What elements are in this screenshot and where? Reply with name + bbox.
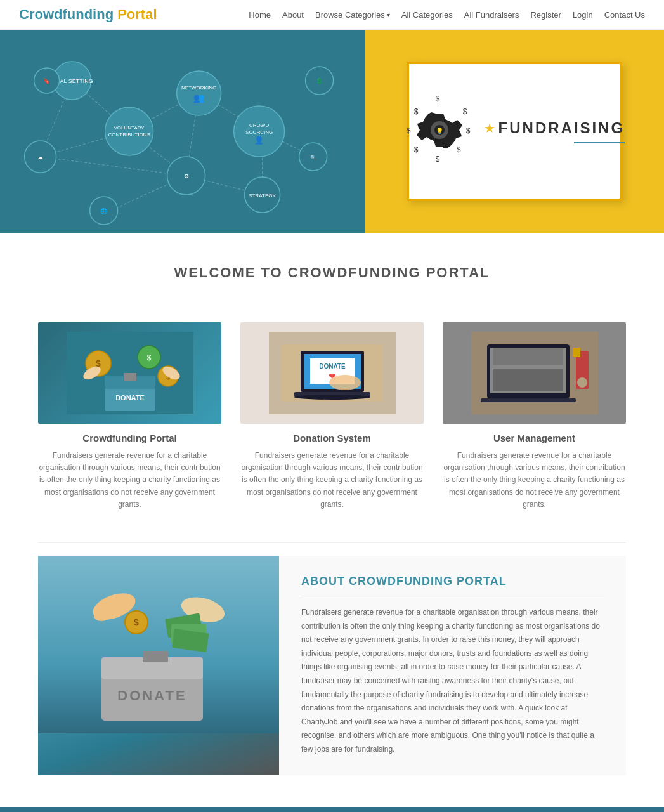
divider — [38, 542, 626, 543]
svg-text:DONATE: DONATE — [115, 394, 145, 402]
nav-login[interactable]: Login — [573, 10, 593, 20]
feature-title-2: Donation System — [240, 433, 424, 443]
feature-img-3: FUNDRAISING — [443, 322, 626, 424]
svg-rect-79 — [481, 398, 576, 402]
svg-text:💲: 💲 — [316, 77, 323, 85]
svg-text:$: $ — [465, 126, 470, 135]
about-section: $ DONATE ABOUT CROWDFUNDING PORTAL Fundr… — [38, 556, 626, 776]
svg-text:🔍: 🔍 — [310, 154, 316, 160]
feature-desc-2: Fundraisers generate revenue for a chari… — [240, 450, 424, 511]
welcome-section: WELCOME TO CROWDFUNDING PORTAL — [0, 233, 664, 322]
hero-fundraising-card: $ $ $ $ $ $ $ $ — [365, 30, 664, 233]
svg-text:STRATEGY: STRATEGY — [249, 193, 276, 199]
footer: CONTACT INFO 🏠 Address: No.XXXXXX street… — [0, 807, 664, 812]
svg-rect-78 — [493, 348, 563, 365]
svg-text:$: $ — [456, 145, 460, 154]
svg-text:🌐: 🌐 — [100, 207, 108, 215]
hero-network-bg: GOAL SETTING VOLUNTARY CONTRIBUTIONS NET… — [0, 30, 385, 233]
nav-all-fundraisers[interactable]: All Fundraisers — [464, 10, 519, 20]
svg-text:DONATE: DONATE — [117, 688, 186, 704]
hero-section: GOAL SETTING VOLUNTARY CONTRIBUTIONS NET… — [0, 30, 664, 233]
about-heading: ABOUT CROWDFUNDING PORTAL — [301, 575, 604, 596]
svg-text:$: $ — [406, 126, 410, 135]
nav-contact-us[interactable]: Contact Us — [604, 10, 645, 20]
hero-card-icon: $ $ $ $ $ $ $ $ — [405, 95, 474, 167]
svg-rect-94 — [143, 651, 168, 662]
svg-point-85 — [94, 611, 109, 621]
nav-logo: Crowdfunding Portal — [19, 6, 157, 23]
svg-text:SOURCING: SOURCING — [245, 129, 273, 135]
feature-desc-3: Fundraisers generate revenue for a chari… — [443, 450, 626, 511]
feature-user-mgmt: FUNDRAISING User Management Fundraisers … — [443, 322, 626, 511]
feature-donation: DONATE ❤ Donation System Fundraisers gen… — [240, 322, 424, 511]
hero-fundraising-text: Fundraising — [498, 119, 625, 137]
features-grid: $ $ $ DONATE Crowdfunding Portal Fundrai… — [0, 322, 664, 542]
svg-text:$: $ — [413, 145, 418, 154]
nav-links: Home About Browse Categories ▾ All Categ… — [249, 10, 645, 20]
nav-all-categories[interactable]: All Categories — [401, 10, 453, 20]
feature-img-1: $ $ $ DONATE — [38, 322, 221, 424]
svg-rect-77 — [493, 369, 563, 391]
feature-crowdfunding: $ $ $ DONATE Crowdfunding Portal Fundrai… — [38, 322, 221, 511]
welcome-heading: WELCOME TO CROWDFUNDING PORTAL — [25, 265, 639, 281]
svg-text:NETWORKING: NETWORKING — [181, 85, 216, 91]
nav-about[interactable]: About — [282, 10, 304, 20]
svg-text:$: $ — [462, 107, 467, 116]
svg-rect-59 — [124, 373, 136, 381]
svg-text:$: $ — [435, 155, 439, 164]
svg-text:CROWD: CROWD — [249, 122, 269, 128]
nav-home[interactable]: Home — [249, 10, 271, 20]
svg-text:VOLUNTARY: VOLUNTARY — [114, 125, 145, 131]
svg-point-82 — [577, 377, 587, 388]
svg-text:$: $ — [413, 107, 418, 116]
svg-rect-81 — [573, 348, 580, 357]
svg-rect-0 — [9, 30, 377, 233]
nav-browse-categories[interactable]: Browse Categories ▾ — [315, 10, 390, 20]
feature-title-3: User Management — [443, 433, 626, 443]
svg-text:$: $ — [435, 95, 439, 103]
svg-text:👥: 👥 — [193, 93, 205, 103]
nav-register[interactable]: Register — [530, 10, 561, 20]
navbar: Crowdfunding Portal Home About Browse Ca… — [0, 0, 664, 30]
about-text: Fundraisers generate revenue for a chari… — [301, 606, 604, 757]
svg-text:☁: ☁ — [37, 154, 43, 160]
svg-text:DONATE: DONATE — [319, 363, 346, 370]
svg-point-72 — [329, 375, 361, 390]
svg-text:CONTRIBUTIONS: CONTRIBUTIONS — [108, 132, 150, 138]
svg-text:👤: 👤 — [254, 135, 264, 145]
svg-text:💡: 💡 — [436, 127, 444, 135]
feature-img-2: DONATE ❤ — [240, 322, 424, 424]
svg-text:$: $ — [134, 617, 139, 627]
feature-desc-1: Fundraisers generate revenue for a chari… — [38, 450, 221, 511]
svg-point-15 — [105, 107, 153, 155]
svg-text:⚙: ⚙ — [184, 173, 189, 180]
feature-title-1: Crowdfunding Portal — [38, 433, 221, 443]
about-content: ABOUT CROWDFUNDING PORTAL Fundraisers ge… — [279, 556, 626, 776]
hero-card-content: ★ Fundraising — [484, 119, 625, 143]
svg-point-71 — [294, 395, 370, 400]
about-donate-image: $ DONATE — [38, 556, 279, 776]
svg-text:$: $ — [146, 353, 151, 362]
svg-text:🔖: 🔖 — [43, 77, 51, 85]
